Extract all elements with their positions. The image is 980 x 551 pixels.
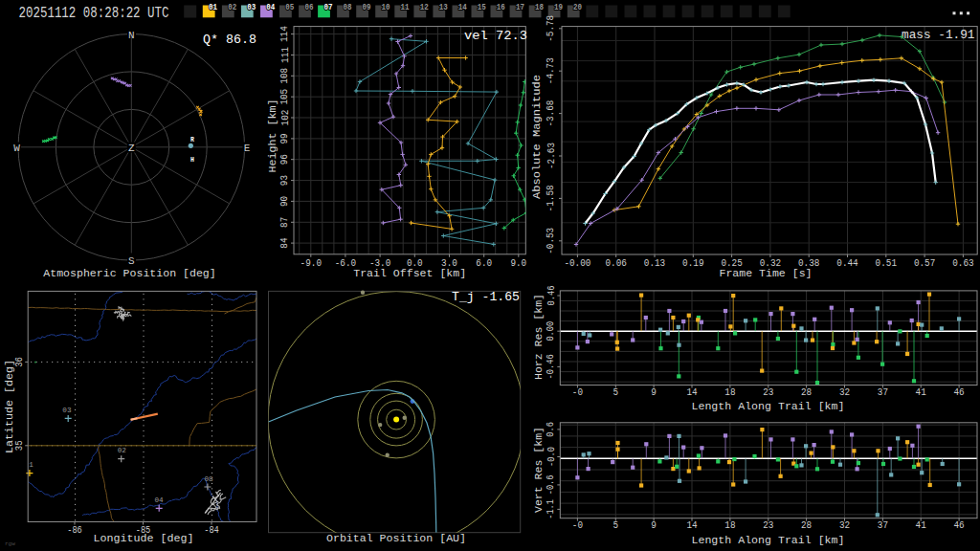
svg-text:28: 28 [801, 387, 812, 398]
svg-text:0.44: 0.44 [836, 258, 858, 269]
svg-text:19: 19 [554, 3, 563, 12]
svg-text:23: 23 [763, 520, 773, 531]
svg-text:93: 93 [280, 175, 291, 186]
svg-text:46: 46 [954, 387, 965, 398]
svg-text:13: 13 [439, 3, 448, 12]
svg-text:0.00: 0.00 [546, 321, 557, 342]
svg-text:9: 9 [651, 520, 657, 531]
svg-text:H: H [190, 157, 194, 164]
svg-text:96: 96 [280, 154, 291, 165]
svg-text:T_j -1.65: T_j -1.65 [452, 290, 520, 304]
svg-text:Frame Time [s]: Frame Time [s] [720, 267, 813, 279]
svg-text:28: 28 [801, 520, 812, 531]
svg-text:Horz Res [km]: Horz Res [km] [532, 294, 545, 380]
svg-text:-0.46: -0.46 [546, 354, 557, 379]
svg-text:Orbital Position [AU]: Orbital Position [AU] [326, 533, 466, 544]
svg-text:-9.0: -9.0 [301, 258, 322, 269]
svg-text:105: 105 [280, 89, 291, 105]
svg-text:5: 5 [613, 387, 619, 398]
svg-text:9.0: 9.0 [510, 258, 526, 269]
svg-text:18: 18 [535, 3, 544, 12]
svg-text:18: 18 [724, 387, 735, 398]
svg-text:S: S [128, 255, 135, 267]
svg-text:Latitude [deg]: Latitude [deg] [3, 360, 15, 453]
svg-text:-86: -86 [67, 525, 82, 536]
svg-text:41: 41 [916, 520, 926, 531]
svg-text:20251112 08:28:22 UTC: 20251112 08:28:22 UTC [19, 5, 169, 22]
svg-text:05: 05 [285, 3, 294, 12]
svg-text:0.57: 0.57 [914, 258, 935, 269]
svg-text:W: W [13, 143, 20, 154]
svg-text:18: 18 [724, 520, 735, 531]
svg-text:14: 14 [686, 387, 697, 398]
svg-text:9: 9 [651, 387, 657, 398]
svg-text:Longitude [deg]: Longitude [deg] [94, 533, 194, 544]
svg-text:99: 99 [280, 133, 291, 143]
svg-text:-0.6: -0.6 [546, 475, 557, 496]
svg-text:17: 17 [516, 3, 524, 12]
svg-text:37: 37 [878, 387, 888, 398]
svg-text:20: 20 [573, 3, 582, 12]
svg-text:36: 36 [14, 357, 25, 367]
svg-text:Length Along Trail [km]: Length Along Trail [km] [692, 400, 845, 412]
svg-text:-5.78: -5.78 [546, 15, 557, 42]
svg-text:07: 07 [323, 3, 332, 12]
svg-text:-0: -0 [572, 387, 583, 398]
svg-text:10: 10 [382, 3, 390, 12]
svg-text:Vert Res [km]: Vert Res [km] [532, 427, 545, 513]
svg-text:41: 41 [916, 387, 926, 398]
svg-text:32: 32 [839, 520, 850, 531]
svg-text:0.6: 0.6 [546, 422, 557, 437]
svg-text:5: 5 [613, 520, 619, 531]
svg-text:0.51: 0.51 [876, 258, 897, 269]
svg-text:Absolute Magnitude: Absolute Magnitude [530, 75, 543, 199]
svg-text:02: 02 [228, 3, 236, 12]
svg-text:32: 32 [839, 387, 850, 398]
svg-text:Z: Z [128, 143, 135, 154]
svg-text:-3.68: -3.68 [546, 100, 557, 127]
svg-text:-0.00: -0.00 [564, 258, 590, 269]
svg-text:03: 03 [247, 3, 256, 12]
svg-text:-1.58: -1.58 [546, 185, 557, 211]
svg-text:rgw: rgw [5, 540, 15, 547]
svg-text:6.0: 6.0 [476, 258, 492, 269]
svg-text:-2.63: -2.63 [546, 143, 557, 169]
svg-text:102: 102 [280, 110, 291, 126]
svg-text:90: 90 [280, 196, 291, 207]
svg-text:87: 87 [280, 217, 291, 228]
svg-text:E: E [244, 143, 251, 154]
svg-text:108: 108 [280, 68, 291, 84]
svg-text:15: 15 [478, 3, 486, 12]
svg-text:23: 23 [763, 387, 773, 398]
svg-text:vel 72.3: vel 72.3 [464, 29, 527, 43]
svg-text:03: 03 [62, 406, 71, 414]
svg-text:09: 09 [363, 3, 371, 12]
svg-text:11: 11 [401, 3, 410, 12]
svg-text:0.13: 0.13 [644, 258, 665, 269]
svg-text:1: 1 [29, 460, 33, 469]
svg-text:0.06: 0.06 [606, 258, 627, 269]
svg-text:01: 01 [209, 3, 217, 12]
svg-text:16: 16 [497, 3, 505, 12]
svg-text:Height [km]: Height [km] [266, 99, 278, 173]
svg-text:mass -1.91: mass -1.91 [902, 28, 975, 42]
svg-text:04: 04 [155, 496, 164, 504]
svg-text:0.46: 0.46 [546, 286, 557, 306]
svg-text:14: 14 [686, 520, 697, 531]
svg-text:Q* 86.8: Q* 86.8 [203, 33, 256, 47]
svg-text:12: 12 [420, 3, 429, 12]
svg-text:02: 02 [118, 446, 126, 454]
svg-text:-0.0: -0.0 [546, 447, 557, 467]
svg-text:84: 84 [280, 238, 291, 249]
svg-text:37: 37 [878, 520, 888, 531]
svg-text:-0.53: -0.53 [546, 228, 557, 254]
svg-text:08: 08 [343, 3, 351, 12]
svg-text:-1.1: -1.1 [546, 499, 557, 519]
svg-text:14: 14 [458, 3, 467, 12]
svg-text:Trail Offset [km]: Trail Offset [km] [353, 267, 466, 279]
svg-text:111: 111 [280, 47, 291, 63]
svg-text:-4.73: -4.73 [546, 57, 557, 84]
svg-text:08: 08 [204, 474, 212, 483]
svg-text:04: 04 [266, 3, 275, 12]
svg-text:Length Along Trail [km]: Length Along Trail [km] [692, 534, 845, 546]
